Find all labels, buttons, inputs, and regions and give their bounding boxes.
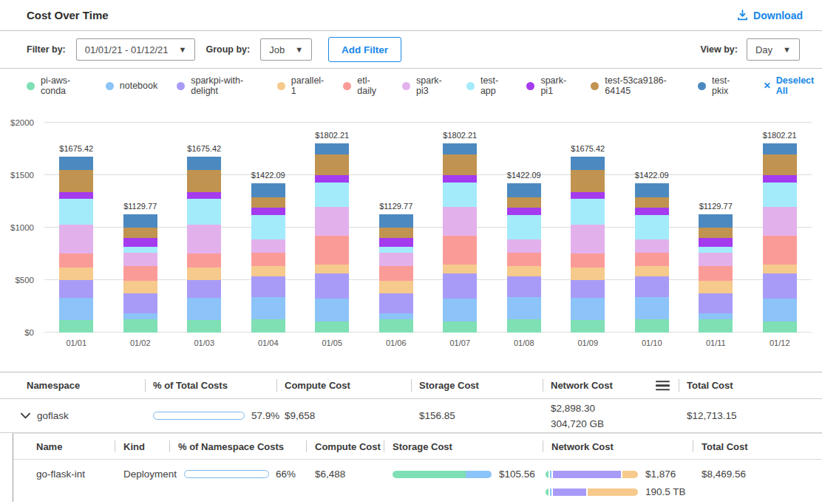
legend-item-sparkpi-with-delight[interactable]: sparkpi-with-delight [177,75,258,96]
x-tick-label: 01/12 [748,338,812,347]
bar-01/01[interactable]: $1675.42 [44,123,109,333]
date-range-select[interactable]: 01/01/21 - 01/12/21 ▼ [76,38,196,61]
legend-item-parallel-1[interactable]: parallel-1 [277,75,324,96]
legend-item-spark-pi3[interactable]: spark-pi3 [402,75,447,96]
legend-dot-icon [402,82,410,90]
bar-segment-parallel-1 [635,266,669,276]
group-by-select[interactable]: Job ▼ [260,38,312,61]
bar-segment-etl-daily [571,253,605,268]
network-usage-value: 190.5 TB [645,486,686,497]
bar-01/09[interactable]: $1675.42 [556,123,620,333]
legend-dot-icon [526,82,534,90]
bar-segment-spark-pi1 [635,208,669,215]
bar-segment-spark-pi1 [763,175,797,183]
bar-segment-test-pkix [507,183,541,197]
x-tick-label: 01/01 [44,338,109,347]
bar-total-label: $1422.09 [507,171,541,180]
bar-stack [443,143,477,333]
legend-item-spark-pi1[interactable]: spark-pi1 [526,75,571,96]
workload-table: Name Kind % of Namespace Costs Compute C… [13,433,822,502]
view-by-value: Day [755,44,772,55]
bar-segment-test-pkix [571,157,605,170]
namespace-expander[interactable]: goflask [0,410,145,421]
bar-segment-test-pkix [251,183,285,197]
legend-item-test-pkix[interactable]: test-pkix [698,75,740,96]
deselect-all-button[interactable]: ✕ Deselect All [764,75,822,96]
table-header: Namespace % of Total Costs Compute Cost … [0,372,822,399]
bar-01/03[interactable]: $1675.42 [172,123,237,333]
bar-01/08[interactable]: $1422.09 [492,123,557,333]
chevron-down-icon: ▼ [179,45,187,54]
bar-segment-parallel-1 [571,268,605,279]
storage-cost-value: $156.85 [411,410,543,421]
legend-item-test-app[interactable]: test-app [466,75,508,96]
bar-segment [393,471,466,478]
bar-segment [546,471,548,478]
bar-stack [571,157,605,333]
close-icon: ✕ [764,81,771,91]
bar-segment-test-app [699,247,733,253]
x-tick-label: 01/05 [300,338,364,347]
bar-segment [622,471,638,478]
bar-01/06[interactable]: $1129.77 [364,123,429,333]
plot-area: $1675.42$1129.77$1675.42$1422.09$1802.21… [44,123,812,333]
bar-segment-test-app [123,247,157,253]
legend-label: notebook [120,81,157,91]
bar-segment-spark-pi1 [123,238,157,247]
bar-segment-spark-pi1 [59,192,93,200]
legend-item-pi-aws-conda[interactable]: pi-aws-conda [27,75,86,96]
bar-segment-etl-daily [507,253,541,266]
download-button[interactable]: Download [737,10,803,21]
bar-segment-etl-daily [443,236,477,265]
bar-segment-sparkpi-with-delight [443,273,477,299]
bar-segment [546,488,548,496]
bar-stack [507,183,541,333]
bar-segment-notebook [187,298,221,320]
bar-01/04[interactable]: $1422.09 [237,123,301,333]
legend-dot-icon [27,82,35,90]
bar-segment-test-53ca9186-64145 [379,228,413,237]
col-compute: Compute Cost [306,434,384,459]
bar-01/10[interactable]: $1422.09 [620,123,685,333]
x-tick-label: 01/06 [364,338,429,347]
legend-item-test-53ca9186-64145[interactable]: test-53ca9186-64145 [591,75,679,96]
bar-stack [251,183,285,333]
bar-segment-sparkpi-with-delight [635,276,669,297]
table-row: go-flask-int Deployment 66% $6,488 $105.… [13,460,822,502]
group-by-value: Job [269,44,285,55]
column-menu-icon[interactable] [656,381,670,391]
bar-segment-spark-pi3 [251,239,285,253]
bar-segment [588,488,638,496]
bar-segment-spark-pi3 [507,239,541,253]
bar-01/05[interactable]: $1802.21 [300,123,364,333]
bar-01/07[interactable]: $1802.21 [428,123,492,333]
bar-segment-etl-daily [187,253,221,268]
view-by-select[interactable]: Day ▼ [747,38,800,61]
bar-segment-test-app [443,183,477,206]
date-range-value: 01/01/21 - 01/12/21 [85,44,169,55]
bar-segment-notebook [315,299,349,321]
legend-label: spark-pi1 [540,75,571,96]
bar-total-label: $1802.21 [443,131,477,140]
network-cost-bar [546,471,638,478]
bar-total-label: $1129.77 [123,202,157,211]
group-by-label: Group by: [206,44,250,55]
compute-cost-value: $9,658 [276,410,411,421]
legend-item-etl-daily[interactable]: etl-daily [343,75,383,96]
add-filter-button[interactable]: Add Filter [328,37,401,62]
bar-01/02[interactable]: $1129.77 [109,123,173,333]
bar-total-label: $1129.77 [699,202,733,211]
col-namespace: Namespace [0,372,145,398]
bar-01/12[interactable]: $1802.21 [748,123,812,333]
bar-total-label: $1675.42 [59,144,93,153]
bar-01/11[interactable]: $1129.77 [684,123,748,333]
cost-over-time-panel: Cost Over Time Download Filter by: 01/01… [0,0,822,504]
storage-cost-cell: $105.56 [384,469,543,486]
col-storage: Storage Cost [411,372,543,398]
bar-segment-sparkpi-with-delight [379,293,413,313]
bar-segment-spark-pi1 [379,238,413,247]
bar-segment-spark-pi3 [315,207,349,236]
legend-item-notebook[interactable]: notebook [106,81,157,91]
legend-label: etl-daily [357,75,383,96]
col-compute: Compute Cost [276,372,411,398]
